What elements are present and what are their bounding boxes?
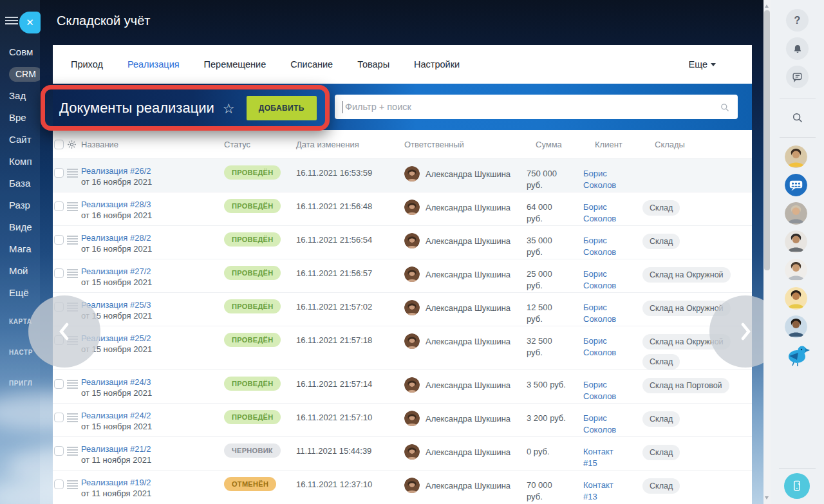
table-row[interactable]: Реализация #25/2 от 15 ноября 2021 ПРОВЕ…: [53, 326, 752, 369]
user-avatar[interactable]: [785, 287, 807, 310]
column-header-modified[interactable]: Дата изменения: [296, 140, 404, 149]
document-link[interactable]: Реализация #26/2: [81, 165, 224, 176]
sidebar-item[interactable]: Вре: [9, 108, 40, 130]
table-row[interactable]: Реализация #21/2 от 11 ноября 2021 ЧЕРНО…: [53, 436, 752, 470]
client-link[interactable]: Борис Соколов: [583, 335, 626, 359]
messenger-icon[interactable]: [786, 66, 809, 88]
user-avatar[interactable]: [785, 202, 807, 225]
client-link[interactable]: Контакт #15: [583, 446, 626, 469]
column-header-name[interactable]: Название: [81, 140, 224, 149]
scroll-up-arrow[interactable]: [765, 3, 769, 8]
document-link[interactable]: Реализация #28/2: [81, 232, 224, 243]
client-link[interactable]: Борис Соколов: [583, 168, 626, 191]
row-drag-handle[interactable]: [67, 477, 81, 490]
sidebar-item[interactable]: Виде: [9, 218, 40, 239]
table-row[interactable]: Реализация #26/2 от 16 ноября 2021 ПРОВЕ…: [53, 158, 752, 192]
row-drag-handle[interactable]: [67, 165, 81, 179]
row-drag-handle[interactable]: [67, 377, 81, 390]
tab-приход[interactable]: Приход: [71, 59, 103, 70]
sidebar-footer-item[interactable]: ПРИГЛ: [9, 380, 40, 411]
tab-товары[interactable]: Товары: [357, 59, 389, 70]
row-checkbox[interactable]: [54, 446, 64, 456]
sidebar-item[interactable]: База: [9, 174, 40, 196]
sidebar-item[interactable]: CRM: [9, 64, 40, 86]
hamburger-menu-icon[interactable]: [5, 17, 18, 26]
document-link[interactable]: Реализация #25/3: [81, 299, 224, 310]
document-link[interactable]: Реализация #28/3: [81, 199, 224, 210]
row-drag-handle[interactable]: [67, 199, 81, 212]
row-checkbox[interactable]: [54, 168, 64, 178]
filter-search-input[interactable]: Фильтр + поиск: [335, 95, 738, 119]
scroll-down-arrow[interactable]: [765, 496, 769, 501]
document-link[interactable]: Реализация #25/2: [81, 333, 224, 344]
sidebar-item[interactable]: Сайт: [9, 130, 40, 152]
column-header-sum[interactable]: Сумма: [527, 140, 583, 149]
user-avatar[interactable]: [785, 230, 807, 253]
row-checkbox[interactable]: [54, 379, 64, 389]
sidebar-item[interactable]: Комп: [9, 152, 40, 174]
table-row[interactable]: Реализация #28/2 от 16 ноября 2021 ПРОВЕ…: [53, 225, 752, 259]
table-row[interactable]: Реализация #24/3 от 15 ноября 2021 ПРОВЕ…: [53, 369, 752, 403]
document-link[interactable]: Реализация #24/3: [81, 377, 224, 387]
row-checkbox[interactable]: [54, 268, 64, 278]
row-drag-handle[interactable]: [67, 410, 81, 424]
table-row[interactable]: Реализация #19/2 от 11 ноября 2021 ОТМЕН…: [53, 470, 752, 503]
tab-more[interactable]: Еще: [688, 59, 716, 70]
tab-списание[interactable]: Списание: [290, 59, 333, 70]
sidebar-item[interactable]: Разр: [9, 196, 40, 218]
document-link[interactable]: Реализация #19/2: [81, 477, 224, 488]
user-avatar[interactable]: [785, 259, 807, 281]
group-chat-icon[interactable]: [785, 174, 807, 196]
table-row[interactable]: Реализация #24/2 от 15 ноября 2021 ПРОВЕ…: [53, 403, 752, 436]
pager-previous-button[interactable]: [28, 295, 100, 368]
row-drag-handle[interactable]: [67, 232, 81, 246]
menu-close-button[interactable]: ✕: [19, 12, 41, 33]
table-row[interactable]: Реализация #25/3 от 15 ноября 2021 ПРОВЕ…: [53, 292, 752, 326]
tab-настройки[interactable]: Настройки: [414, 59, 460, 70]
grid-settings-gear-icon[interactable]: [67, 140, 81, 151]
mobile-app-button[interactable]: [784, 473, 810, 499]
select-all-checkbox[interactable]: [54, 140, 64, 149]
client-link[interactable]: Контакт #13: [583, 480, 626, 503]
client-link[interactable]: Борис Соколов: [583, 302, 626, 325]
document-link[interactable]: Реализация #24/2: [81, 410, 224, 421]
document-link[interactable]: Реализация #21/2: [81, 443, 224, 454]
column-header-status[interactable]: Статус: [224, 140, 296, 149]
divider: [779, 468, 816, 469]
favorite-star-icon[interactable]: ☆: [223, 101, 235, 117]
client-link[interactable]: Борис Соколов: [583, 235, 626, 258]
column-header-client[interactable]: Клиент: [583, 140, 642, 149]
sidebar-item[interactable]: Зад: [9, 86, 40, 108]
user-avatar[interactable]: [785, 145, 807, 168]
search-icon[interactable]: [719, 102, 730, 113]
row-checkbox[interactable]: [54, 201, 64, 211]
tab-перемещение[interactable]: Перемещение: [204, 59, 267, 70]
row-checkbox[interactable]: [54, 413, 64, 422]
client-link[interactable]: Борис Соколов: [583, 413, 626, 436]
scrollbar-thumb[interactable]: [764, 10, 770, 270]
table-row[interactable]: Реализация #27/2 от 15 ноября 2021 ПРОВЕ…: [53, 259, 752, 292]
sidebar-item[interactable]: Ещё: [9, 283, 40, 305]
notifications-bell-icon[interactable]: [786, 37, 809, 60]
help-icon[interactable]: ?: [786, 9, 809, 32]
sidebar-item[interactable]: Совм: [9, 42, 40, 64]
sidebar-item[interactable]: Мой: [9, 261, 40, 283]
user-avatar[interactable]: [785, 315, 807, 338]
row-drag-handle[interactable]: [67, 266, 81, 279]
row-checkbox[interactable]: [54, 480, 64, 489]
vertical-scrollbar[interactable]: [763, 0, 771, 504]
sidebar-item[interactable]: Мага: [9, 239, 40, 261]
table-row[interactable]: Реализация #28/3 от 16 ноября 2021 ПРОВЕ…: [53, 192, 752, 225]
client-link[interactable]: Борис Соколов: [583, 201, 626, 225]
add-button[interactable]: ДОБАВИТЬ: [247, 96, 317, 120]
sidebar-search-icon[interactable]: [786, 106, 809, 129]
row-checkbox[interactable]: [54, 235, 64, 245]
row-drag-handle[interactable]: [67, 443, 81, 457]
bird-mascot-icon[interactable]: [785, 344, 810, 367]
client-link[interactable]: Борис Соколов: [583, 379, 626, 402]
tab-реализация[interactable]: Реализация: [127, 59, 180, 70]
document-link[interactable]: Реализация #27/2: [81, 266, 224, 277]
column-header-warehouses[interactable]: Склады: [642, 140, 752, 149]
column-header-responsible[interactable]: Ответственный: [404, 140, 527, 149]
client-link[interactable]: Борис Соколов: [583, 268, 626, 292]
